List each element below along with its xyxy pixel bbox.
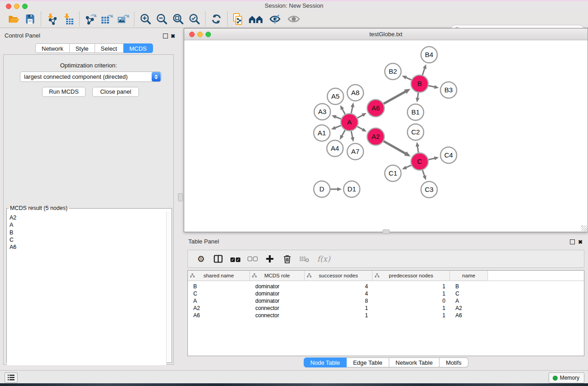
export-table-button[interactable] [99, 11, 115, 27]
graph-node-B3[interactable]: B3 [440, 82, 457, 98]
network-minimize-traffic-light[interactable] [197, 32, 203, 37]
tab-network[interactable]: Network [35, 43, 70, 53]
graph-node-A1[interactable]: A1 [314, 125, 330, 141]
result-list-item[interactable]: C [7, 236, 166, 243]
table-cell[interactable]: 1 [373, 305, 450, 311]
create-column-button[interactable] [262, 252, 277, 266]
table-cell[interactable]: 4 [305, 291, 373, 297]
graph-node-A[interactable]: A [341, 114, 358, 131]
criterion-dropdown[interactable]: largest connected component (directed) [20, 71, 162, 82]
zoom-in-button[interactable] [137, 11, 153, 27]
window-resize-grip[interactable] [581, 225, 587, 231]
table-cell[interactable]: 1 [305, 305, 373, 311]
graph-node-A8[interactable]: A8 [347, 85, 363, 101]
graph-node-B4[interactable]: B4 [421, 47, 437, 63]
graph-node-A5[interactable]: A5 [327, 88, 344, 105]
column-header-shared-name[interactable]: shared name [188, 271, 250, 281]
network-window-titlebar[interactable]: testGlobe.txt [184, 29, 588, 40]
table-cell[interactable]: connector [250, 305, 305, 311]
graph-node-A4[interactable]: A4 [327, 140, 343, 157]
table-cell[interactable]: dominator [250, 291, 305, 297]
save-session-button[interactable] [22, 11, 38, 27]
close-traffic-light[interactable] [6, 4, 11, 9]
network-canvas[interactable]: B4B2BB3A8A5A6A3B1AA1C2A2A4A7C4CC1C3DD1 [184, 40, 588, 232]
tab-node-table[interactable]: Node Table [303, 357, 347, 367]
minimize-traffic-light[interactable] [14, 4, 19, 9]
open-session-button[interactable] [5, 11, 22, 27]
table-cell[interactable]: 1 [373, 283, 450, 290]
graph-node-C2[interactable]: C2 [407, 124, 424, 140]
graph-node-A7[interactable]: A7 [347, 143, 363, 160]
result-list-item[interactable]: B [7, 229, 166, 236]
graph-node-B1[interactable]: B1 [407, 104, 424, 120]
result-list-item[interactable]: A [7, 221, 166, 229]
select-all-button[interactable]: ✓✓ [228, 252, 243, 266]
close-table-panel-icon[interactable]: ✖ [578, 239, 583, 245]
column-header-successor-nodes[interactable]: successor nodes [305, 271, 373, 281]
graph-node-B2[interactable]: B2 [385, 63, 401, 80]
graph-edge-A-A3[interactable] [335, 117, 341, 119]
graph-edge-A6-B[interactable] [383, 91, 406, 104]
graph-edge-C-C1[interactable] [405, 165, 411, 168]
table-row[interactable]: Bdominator41B [188, 283, 584, 290]
table-cell[interactable]: A [188, 298, 250, 304]
tab-mcds[interactable]: MCDS [124, 43, 153, 53]
result-list-scrollbar[interactable] [166, 211, 172, 362]
graph-node-D1[interactable]: D1 [344, 181, 360, 197]
table-cell[interactable]: A2 [188, 305, 250, 311]
show-panel-button[interactable] [286, 11, 302, 27]
float-table-panel-icon[interactable] [570, 239, 575, 244]
tab-edge-table[interactable]: Edge Table [347, 357, 389, 367]
float-panel-icon[interactable] [163, 33, 168, 38]
graph-edge-A-A2[interactable] [358, 127, 363, 130]
graph-edge-B-B3[interactable] [429, 86, 435, 87]
task-history-button[interactable] [5, 372, 18, 383]
zoom-out-button[interactable] [153, 11, 170, 27]
column-header-predecessor-nodes[interactable]: predecessor nodes [373, 271, 450, 281]
zoom-selected-button[interactable] [186, 11, 202, 27]
table-cell[interactable]: B [188, 283, 250, 290]
table-row[interactable]: Adominator80A [188, 297, 584, 305]
zoom-traffic-light[interactable] [22, 4, 28, 9]
table-cell[interactable]: 0 [373, 298, 450, 304]
table-mode-button[interactable]: ⚙ [193, 252, 209, 266]
graph-node-C3[interactable]: C3 [421, 181, 437, 198]
delete-columns-button[interactable] [279, 252, 295, 266]
home-button[interactable] [247, 11, 266, 27]
result-list-item[interactable]: A6 [7, 243, 166, 251]
table-row[interactable]: A2connector11A2 [188, 305, 584, 312]
column-header-name[interactable]: name [450, 271, 488, 281]
column-header-mcds-role[interactable]: MCDS role [250, 271, 305, 281]
refresh-view-button[interactable] [208, 11, 225, 27]
graph-edge-B-B4[interactable] [422, 68, 425, 75]
graph-node-C[interactable]: C [411, 153, 428, 170]
table-cell[interactable]: 4 [305, 283, 373, 290]
table-cell[interactable]: 8 [305, 298, 373, 304]
graph-node-A2[interactable]: A2 [367, 128, 384, 145]
graph-node-A6[interactable]: A6 [367, 100, 384, 117]
graph-node-D[interactable]: D [314, 181, 330, 197]
close-panel-button[interactable]: Close panel [92, 87, 139, 97]
run-mcds-button[interactable]: Run MCDS [42, 87, 86, 97]
tab-select[interactable]: Select [95, 43, 124, 53]
table-row[interactable]: Cdominator41C [188, 290, 584, 297]
table-cell[interactable]: dominator [250, 298, 305, 304]
table-row[interactable]: A6connector11A6 [188, 312, 584, 319]
graph-edge-A-A5[interactable] [342, 108, 345, 114]
table-cell[interactable]: C [188, 291, 250, 297]
table-cell[interactable]: A6 [450, 312, 488, 319]
graph-node-C4[interactable]: C4 [440, 147, 457, 163]
export-network-button[interactable] [82, 11, 99, 27]
table-cell[interactable]: 1 [305, 312, 373, 319]
graph-edge-A-A8[interactable] [351, 106, 353, 113]
graph-edge-A-A1[interactable] [335, 125, 341, 128]
table-cell[interactable]: A [450, 298, 488, 304]
export-image-button[interactable] [115, 11, 131, 27]
memory-button[interactable]: Memory [549, 372, 584, 383]
table-cell[interactable]: A6 [188, 312, 250, 319]
graph-node-B[interactable]: B [411, 75, 428, 92]
table-cell[interactable]: A2 [450, 305, 488, 311]
tab-style[interactable]: Style [70, 43, 95, 53]
zoom-fit-button[interactable] [170, 11, 186, 27]
hide-panel-button[interactable] [266, 11, 286, 27]
